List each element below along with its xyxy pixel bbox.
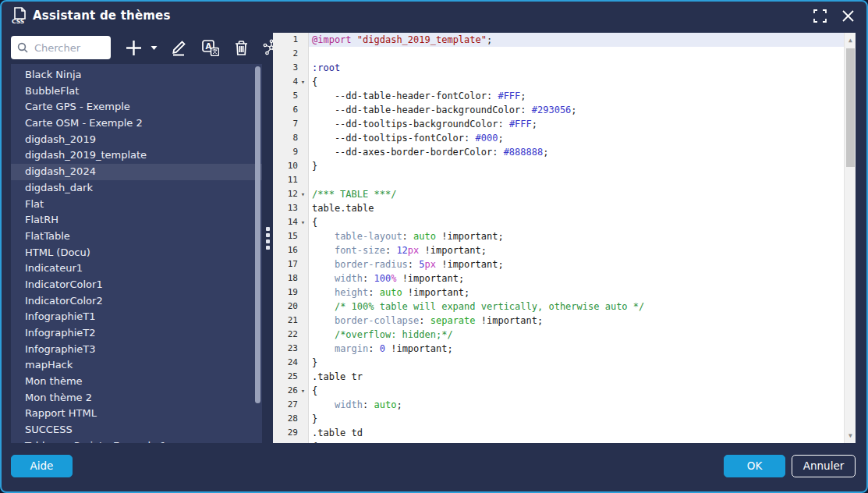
line-number: 1: [273, 33, 298, 47]
theme-list-item[interactable]: digdash_2024: [11, 164, 262, 180]
code-text: --dd-axes-border-borderColor: #888888;: [309, 145, 856, 159]
code-line[interactable]: 7 --dd-tooltips-backgroundColor: #FFF;: [273, 117, 856, 131]
search-input[interactable]: [33, 41, 106, 55]
theme-list-item[interactable]: HTML (Docu): [11, 245, 262, 261]
edit-theme-button[interactable]: [165, 36, 193, 59]
theme-list-item[interactable]: Black Ninja: [11, 67, 262, 83]
theme-list-item[interactable]: mapHack: [11, 357, 262, 374]
code-line[interactable]: 4▾{: [273, 75, 856, 89]
code-line[interactable]: 21 border-collapse: separate !important;: [273, 314, 856, 328]
theme-list-item[interactable]: Carte OSM - Exemple 2: [11, 115, 262, 132]
code-line[interactable]: 25.table tr: [273, 370, 856, 384]
code-line[interactable]: 5 --dd-table-header-fontColor: #FFF;: [273, 89, 856, 103]
theme-list-item[interactable]: Rapport HTML: [11, 406, 262, 422]
code-line[interactable]: 13table.table: [273, 201, 856, 215]
theme-list-item[interactable]: Flat: [11, 197, 262, 213]
line-gutter: 14▾: [273, 215, 309, 229]
panel-splitter-handle[interactable]: [262, 33, 273, 443]
code-line[interactable]: 1@import "digdash_2019_template";: [273, 33, 856, 47]
code-line[interactable]: 14▾{: [273, 215, 856, 229]
code-line[interactable]: 16 font-size: 12px !important;: [273, 243, 856, 257]
theme-list-item[interactable]: InfographieT2: [11, 325, 262, 342]
line-number: 11: [273, 173, 298, 187]
scroll-down-icon[interactable]: ▼: [845, 430, 856, 442]
code-line[interactable]: 28}: [273, 412, 856, 426]
theme-list-item[interactable]: Tableau - Projet - Exemple 1: [11, 438, 262, 443]
line-gutter: 24: [273, 356, 309, 370]
theme-list-item[interactable]: FlatTable: [11, 229, 262, 245]
line-gutter: 7: [273, 117, 309, 131]
fold-arrow-icon[interactable]: ▾: [298, 440, 308, 443]
code-text: --dd-tooltips-backgroundColor: #FFF;: [309, 117, 856, 131]
theme-list-scrollbar[interactable]: [255, 66, 260, 441]
code-line[interactable]: 18 width: 100% !important;: [273, 271, 856, 286]
theme-list-item[interactable]: digdash_2019_template: [11, 147, 262, 164]
theme-list-item[interactable]: SUCCESS: [11, 422, 262, 438]
search-box[interactable]: [11, 36, 111, 59]
theme-list-item[interactable]: IndicatorColor1: [11, 277, 262, 293]
line-gutter: 1: [273, 33, 309, 47]
ok-button[interactable]: OK: [724, 455, 785, 477]
theme-list-item[interactable]: FlatRH: [11, 212, 262, 229]
editor-scrollbar[interactable]: ▲ ▼: [844, 33, 856, 443]
code-line[interactable]: 20 /* 100% table will expand vertically,…: [273, 300, 856, 314]
add-theme-menu-button[interactable]: [147, 36, 161, 59]
theme-list-item[interactable]: Mon thème 2: [11, 390, 262, 406]
code-line[interactable]: 11: [273, 173, 856, 187]
code-line[interactable]: 6 --dd-table-header-backgroundColor: #29…: [273, 103, 856, 117]
code-line[interactable]: 9 --dd-axes-border-borderColor: #888888;: [273, 145, 856, 159]
theme-list-item[interactable]: digdash_dark: [11, 180, 262, 197]
theme-list-item[interactable]: InfographieT3: [11, 342, 262, 358]
code-line[interactable]: 10}: [273, 159, 856, 173]
code-line[interactable]: 27 width: auto;: [273, 398, 856, 412]
code-line[interactable]: 12▾/*** TABLE ***/: [273, 187, 856, 201]
maximize-icon[interactable]: [812, 8, 827, 23]
editor-scrollbar-thumb[interactable]: [846, 48, 855, 167]
theme-list-item[interactable]: Indicateur1: [11, 261, 262, 277]
code-line[interactable]: 3:root: [273, 61, 856, 75]
line-number: 12: [273, 187, 298, 201]
code-line[interactable]: 26▾{: [273, 384, 856, 398]
theme-list-item[interactable]: Carte GPS - Exemple: [11, 99, 262, 115]
cancel-button[interactable]: Annuler: [792, 455, 856, 477]
theme-list-item[interactable]: IndicatorColor2: [11, 293, 262, 310]
code-line[interactable]: 19 height: auto !important;: [273, 286, 856, 300]
fold-arrow-icon[interactable]: ▾: [298, 215, 308, 229]
fold-arrow-icon[interactable]: ▾: [298, 75, 308, 89]
line-number: 30: [273, 440, 298, 443]
line-gutter: 15: [273, 229, 309, 243]
line-gutter: 9: [273, 145, 309, 159]
line-gutter: 2: [273, 47, 309, 61]
close-icon[interactable]: [840, 8, 856, 23]
theme-list-item[interactable]: InfographieT1: [11, 309, 262, 325]
line-number: 22: [273, 328, 298, 342]
code-line[interactable]: 15 table-layout: auto !important;: [273, 229, 856, 243]
scroll-up-icon[interactable]: ▲: [845, 34, 856, 46]
theme-list-item[interactable]: digdash_2019: [11, 132, 262, 148]
code-text: width: auto;: [309, 398, 856, 412]
code-line[interactable]: 22 /*overflow: hidden;*/: [273, 328, 856, 342]
theme-list-scrollbar-thumb[interactable]: [255, 66, 260, 403]
rename-theme-button[interactable]: A: [197, 36, 225, 59]
code-text: --dd-table-header-fontColor: #FFF;: [309, 89, 856, 103]
code-line[interactable]: 30▾{: [273, 440, 856, 443]
fold-arrow-icon[interactable]: ▾: [298, 187, 308, 201]
add-theme-button[interactable]: [120, 36, 147, 59]
theme-list[interactable]: Black NinjaBubbleFlatCarte GPS - Exemple…: [11, 64, 262, 443]
line-number: 4: [273, 75, 298, 89]
line-gutter: 3: [273, 61, 309, 75]
help-button[interactable]: Aide: [11, 455, 73, 477]
code-line[interactable]: 29.table td: [273, 426, 856, 440]
theme-list-item[interactable]: BubbleFlat: [11, 83, 262, 100]
code-line[interactable]: 24}: [273, 356, 856, 370]
code-line[interactable]: 17 border-radius: 5px !important;: [273, 257, 856, 271]
css-file-icon: CSS: [11, 6, 28, 25]
code-line[interactable]: 2: [273, 47, 856, 61]
code-line[interactable]: 8 --dd-tooltips-fontColor: #000;: [273, 131, 856, 145]
fold-arrow-icon[interactable]: ▾: [298, 384, 308, 398]
code-line[interactable]: 23 margin: 0 !important;: [273, 342, 856, 356]
delete-theme-button[interactable]: [229, 36, 254, 59]
theme-list-item[interactable]: Mon thème: [11, 374, 262, 390]
line-gutter: 4▾: [273, 75, 309, 89]
css-code-editor[interactable]: 1@import "digdash_2019_template";23:root…: [273, 33, 856, 443]
